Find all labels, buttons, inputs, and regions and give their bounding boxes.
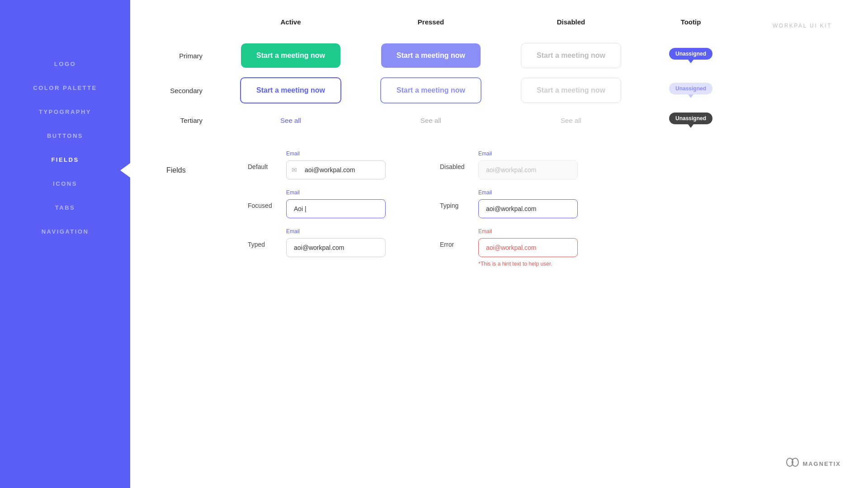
state-pressed-header: Pressed [361, 18, 501, 26]
field-disabled-input-wrap [478, 160, 578, 179]
sidebar-item-navigation[interactable]: NAVIGATION [0, 222, 130, 241]
tertiary-disabled-button: See all [561, 117, 581, 124]
tertiary-disabled-col: See all [501, 117, 641, 124]
secondary-tooltip-pill: Unassigned [669, 83, 712, 94]
field-typed-label: Typed [248, 228, 277, 248]
field-default-email-label: Email [286, 150, 386, 157]
secondary-disabled-col: Start a meeting now [501, 78, 641, 103]
email-icon: ✉ [292, 166, 297, 174]
field-typing-group: Email [478, 189, 578, 218]
field-typed-input[interactable] [286, 238, 386, 257]
primary-active-button[interactable]: Start a meeting now [241, 43, 340, 68]
field-hint-text: *This is a hint text to help user. [478, 261, 578, 267]
field-focused-input[interactable] [286, 199, 386, 218]
secondary-disabled-button: Start a meeting now [521, 78, 621, 103]
field-typing-label: Typing [440, 189, 469, 209]
brand-name: MAGNETIX [802, 460, 841, 467]
tertiary-button-row: Tertiary See all See all See all Unassig… [166, 113, 841, 128]
field-typed-email-label: Email [286, 228, 386, 235]
field-typing-email-label: Email [478, 189, 578, 196]
tertiary-label: Tertiary [166, 117, 203, 124]
field-error-input-wrap [478, 238, 578, 257]
primary-pressed-button[interactable]: Start a meeting now [381, 43, 481, 68]
buttons-section: Active Pressed Disabled Tootip Primary S… [166, 18, 841, 128]
field-focused-input-wrap [286, 199, 386, 218]
field-default-input[interactable] [286, 160, 386, 179]
tertiary-active-col: See all [221, 117, 361, 124]
field-disabled-email-label: Email [478, 150, 578, 157]
field-typing-input[interactable] [478, 199, 578, 218]
field-typed-row: Typed Email [248, 228, 386, 257]
main-content: WORKPAL UI KIT Active Pressed Disabled T… [130, 0, 868, 488]
secondary-active-col: Start a meeting now [221, 77, 361, 103]
field-default-label: Default [248, 150, 277, 170]
sidebar-item-buttons[interactable]: BUTTONS [0, 126, 130, 145]
primary-button-row: Primary Start a meeting now Start a meet… [166, 43, 841, 68]
secondary-active-button[interactable]: Start a meeting now [240, 77, 341, 103]
primary-disabled-col: Start a meeting now [501, 43, 641, 68]
field-disabled-row: Disabled Email [440, 150, 578, 179]
field-default-input-wrap: ✉ [286, 160, 386, 179]
field-error-row: Error Email *This is a hint text to help… [440, 228, 578, 267]
field-typed-group: Email [286, 228, 386, 257]
field-typing-row: Typing Email [440, 189, 578, 218]
tertiary-pressed-button[interactable]: See all [420, 117, 441, 124]
field-focused-row: Focused Email [248, 189, 386, 218]
kit-title: WORKPAL UI KIT [773, 23, 832, 29]
tertiary-tooltip-col: Unassigned [641, 113, 741, 128]
sidebar-active-arrow [120, 163, 130, 178]
tertiary-tooltip-badge: Unassigned [669, 113, 712, 128]
secondary-tooltip-arrow [688, 94, 693, 98]
primary-pressed-col: Start a meeting now [361, 43, 501, 68]
sidebar-item-fields[interactable]: FIELDS [0, 150, 130, 169]
secondary-label: Secondary [166, 87, 203, 94]
primary-tooltip-badge: Unassigned [669, 48, 712, 63]
sidebar-item-logo[interactable]: LOGO [0, 54, 130, 74]
primary-tooltip-pill: Unassigned [669, 48, 712, 60]
field-disabled-group: Email [478, 150, 578, 179]
fields-main-label: Fields [166, 150, 193, 267]
primary-tooltip-col: Unassigned [641, 48, 741, 63]
field-error-email-label: Email [478, 228, 578, 235]
secondary-pressed-col: Start a meeting now [361, 77, 501, 103]
state-tooltip-header: Tootip [641, 18, 741, 26]
field-default-row: Default Email ✉ [248, 150, 386, 179]
state-active-header: Active [221, 18, 361, 26]
sidebar: LOGO COLOR PALETTE TYPOGRAPHY BUTTONS FI… [0, 0, 130, 488]
brand-icon [786, 457, 799, 470]
primary-label: Primary [166, 52, 203, 60]
sidebar-item-tabs[interactable]: TABS [0, 198, 130, 217]
field-focused-label: Focused [248, 189, 277, 209]
tertiary-tooltip-pill: Unassigned [669, 113, 712, 124]
field-focused-email-label: Email [286, 189, 386, 196]
field-error-label: Error [440, 228, 469, 248]
field-typed-input-wrap [286, 238, 386, 257]
sidebar-item-typography[interactable]: TYPOGRAPHY [0, 102, 130, 122]
field-disabled-label: Disabled [440, 150, 469, 170]
primary-disabled-button: Start a meeting now [521, 43, 621, 68]
field-typing-input-wrap [478, 199, 578, 218]
field-disabled-input [478, 160, 578, 179]
secondary-tooltip-badge: Unassigned [669, 83, 712, 98]
sidebar-item-color-palette[interactable]: COLOR PALETTE [0, 78, 130, 98]
fields-section: Fields Default Email ✉ Focused Email [166, 150, 841, 267]
field-default-group: Email ✉ [286, 150, 386, 179]
field-focused-group: Email [286, 189, 386, 218]
tertiary-pressed-col: See all [361, 117, 501, 124]
field-error-input[interactable] [478, 238, 578, 257]
primary-tooltip-arrow [688, 60, 693, 63]
secondary-pressed-button[interactable]: Start a meeting now [380, 77, 481, 103]
field-error-group: Email *This is a hint text to help user. [478, 228, 578, 267]
secondary-button-row: Secondary Start a meeting now Start a me… [166, 77, 841, 103]
tertiary-tooltip-arrow [688, 124, 693, 128]
brand-footer: MAGNETIX [786, 457, 841, 470]
tertiary-active-button[interactable]: See all [280, 117, 301, 124]
secondary-tooltip-col: Unassigned [641, 83, 741, 98]
sidebar-item-icons[interactable]: ICONS [0, 174, 130, 193]
sidebar-nav: LOGO COLOR PALETTE TYPOGRAPHY BUTTONS FI… [0, 54, 130, 241]
state-disabled-header: Disabled [501, 18, 641, 26]
fields-right-col: Disabled Email Typing Email [440, 150, 578, 267]
states-header-row: Active Pressed Disabled Tootip [166, 18, 841, 26]
fields-left-col: Default Email ✉ Focused Email [248, 150, 386, 267]
primary-active-col: Start a meeting now [221, 43, 361, 68]
